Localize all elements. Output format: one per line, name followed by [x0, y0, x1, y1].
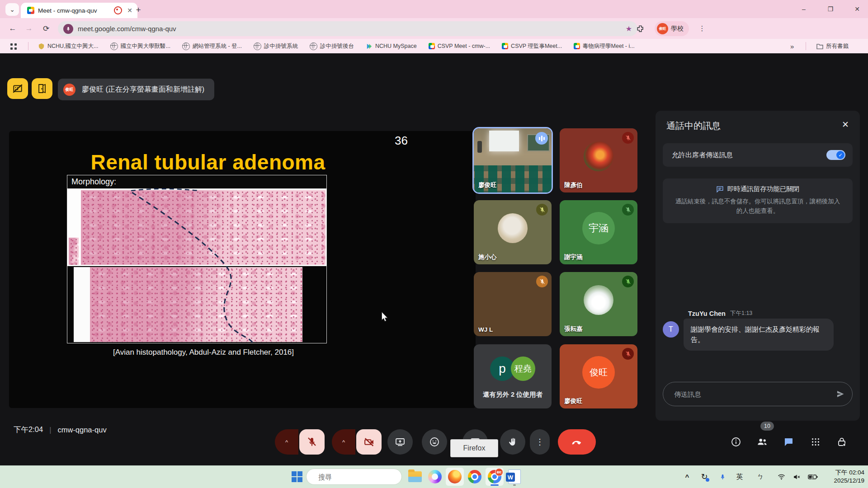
bookmark-item[interactable]: 診中掛號後台	[310, 39, 354, 53]
myspace-icon	[366, 43, 373, 50]
presenter-banner: 俊旺 廖俊旺 (正在分享螢幕畫面和新增註解)	[58, 79, 214, 100]
chat-close-button[interactable]: ✕	[839, 118, 852, 131]
word-button[interactable]	[505, 468, 524, 486]
participant-tile[interactable]: 陳彥伯	[560, 128, 637, 192]
taskbar-clock[interactable]: 下午 02:04 2025/12/19	[834, 469, 864, 485]
histology-image-bottom	[67, 266, 327, 343]
more-options-button[interactable]: ⋮	[530, 429, 550, 455]
exit-annotation-button[interactable]	[32, 78, 52, 99]
reload-button[interactable]: ⟳	[40, 22, 52, 35]
present-button[interactable]	[387, 429, 413, 455]
apps-grid-icon[interactable]	[10, 42, 20, 52]
bookmarks-overflow-button[interactable]: »	[790, 39, 794, 53]
chrome-button[interactable]	[466, 468, 484, 486]
participant-tile-video[interactable]: 廖俊旺	[474, 128, 552, 192]
message-sender-row: TzuYu Chen 下午1:13	[688, 310, 752, 317]
mic-off-button[interactable]	[299, 429, 325, 455]
bookmark-star-icon[interactable]: ★	[626, 24, 632, 33]
mic-options-button[interactable]: ^	[275, 429, 298, 455]
chat-panel: 通話中的訊息 ✕ 允許出席者傳送訊息 ✓ 即時通訊留存功能已關閉 通話結束後，訊…	[656, 111, 860, 421]
minimize-button[interactable]: –	[795, 3, 813, 15]
host-controls-button[interactable]	[833, 433, 851, 451]
image-margin	[74, 267, 90, 342]
bookmark-item[interactable]: CSVP Meet - cmw-...	[429, 39, 490, 53]
bookmark-item[interactable]: 診中掛號系統	[254, 39, 298, 53]
raise-hand-button[interactable]	[500, 429, 525, 455]
end-call-icon	[571, 436, 583, 448]
reactions-button[interactable]	[422, 429, 447, 455]
allow-messages-label: 允許出席者傳送訊息	[672, 151, 826, 160]
overflow-label: 還有另外 2 位使用者	[474, 390, 552, 399]
tray-wifi-button[interactable]	[775, 470, 788, 483]
people-button[interactable]	[753, 433, 771, 451]
window-close-button[interactable]: ✕	[848, 3, 866, 15]
divider	[806, 42, 806, 50]
end-call-button[interactable]	[558, 429, 596, 455]
participant-name: 張耘嘉	[564, 325, 583, 333]
chat-button[interactable]	[779, 433, 797, 451]
extensions-button[interactable]	[634, 22, 646, 35]
info-icon	[731, 436, 741, 447]
firefox-button[interactable]	[446, 468, 464, 486]
sender-avatar: T	[663, 321, 679, 338]
profile-chip[interactable]: 俊旺 學校	[655, 21, 689, 36]
meet-icon	[429, 43, 435, 49]
participant-tile[interactable]: 張耘嘉	[560, 272, 637, 336]
tray-battery-button[interactable]	[806, 470, 820, 483]
word-icon	[508, 469, 521, 484]
slide-caption: [Avian histopathology, Abdul-Aziz and Fl…	[9, 348, 398, 357]
camera-options-button[interactable]: ^	[332, 429, 355, 455]
folder-icon	[816, 43, 823, 49]
participant-tile[interactable]: 施小心	[474, 200, 552, 264]
taskbar-search-input[interactable]	[317, 473, 409, 481]
copilot-icon	[428, 470, 442, 483]
participant-tile[interactable]: 宇涵 謝宇涵	[560, 200, 637, 264]
tray-mic-button[interactable]	[716, 470, 729, 483]
copilot-button[interactable]	[426, 468, 444, 486]
browser-tab[interactable]: Meet - cmw-qgna-quv ✕	[21, 3, 137, 18]
ime-key-button[interactable]: ㄅ	[754, 470, 767, 483]
chat-message-field[interactable]	[673, 390, 831, 399]
slide-section-label: Morphology:	[67, 175, 327, 189]
bookmark-item[interactable]: CSVP 理監事Meet...	[502, 39, 562, 53]
mic-off-badge	[622, 204, 634, 216]
mic-search-icon[interactable]	[63, 24, 73, 34]
chrome-active-button[interactable]: 俊旺	[486, 468, 504, 486]
forward-button[interactable]: →	[23, 22, 35, 35]
activities-button[interactable]	[807, 433, 825, 451]
folder-icon	[408, 471, 422, 482]
annotation-disabled-button[interactable]	[7, 78, 28, 99]
bookmark-item[interactable]: 網站管理系統 - 登...	[182, 39, 242, 53]
meeting-details-button[interactable]	[727, 433, 745, 451]
start-button[interactable]	[288, 468, 306, 486]
new-tab-button[interactable]: +	[132, 4, 145, 16]
participant-tile[interactable]: WJ L	[474, 272, 552, 336]
browser-menu-button[interactable]: ⋮	[696, 22, 708, 35]
plus-icon: +	[136, 5, 141, 15]
chevron-up-icon: ^	[285, 439, 288, 446]
url-bar[interactable]: meet.google.com/cmw-qgna-quv ★	[58, 21, 637, 36]
tab-search-chevron-button[interactable]: ⌄	[5, 3, 19, 16]
back-button[interactable]: ←	[6, 22, 19, 35]
participant-tile[interactable]: 俊旺 廖俊旺	[560, 344, 637, 408]
overflow-tile[interactable]: p 程堯 還有另外 2 位使用者	[474, 344, 552, 408]
file-explorer-button[interactable]	[406, 468, 424, 486]
send-icon[interactable]	[836, 389, 845, 399]
all-bookmarks-button[interactable]: 所有書籤	[816, 39, 849, 53]
restore-button[interactable]: ❐	[821, 3, 840, 15]
mic-control-group: ^	[275, 429, 325, 455]
bookmark-item[interactable]: 毒物病理學Meet - i...	[574, 39, 635, 53]
chat-input[interactable]	[663, 382, 853, 406]
tray-volume-button[interactable]	[790, 470, 803, 483]
ime-mode-button[interactable]: 英	[733, 470, 746, 483]
bookmark-item[interactable]: 國立中興大學獸醫...	[110, 39, 170, 53]
avatar-initials: 俊旺	[582, 356, 615, 389]
bookmark-item[interactable]: NCHU,國立中興大...	[38, 39, 99, 53]
taskbar-search[interactable]	[306, 469, 402, 485]
allow-messages-toggle[interactable]: ✓	[826, 150, 845, 160]
bookmark-item[interactable]: NCHU MySpace	[366, 39, 417, 53]
chrome-icon	[468, 470, 481, 483]
camera-off-button[interactable]	[356, 429, 382, 455]
tray-expand-button[interactable]: ^	[681, 470, 693, 483]
tray-sync-button[interactable]: ↻	[698, 470, 711, 483]
